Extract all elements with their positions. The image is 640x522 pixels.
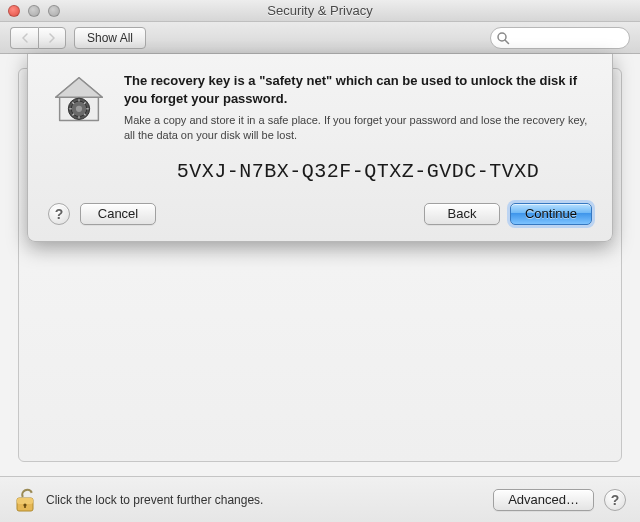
window-title: Security & Privacy — [0, 3, 640, 18]
dialog-heading: The recovery key is a "safety net" which… — [124, 72, 592, 107]
lock-help-text: Click the lock to prevent further change… — [46, 493, 483, 507]
search-icon — [496, 31, 510, 45]
svg-rect-16 — [24, 505, 26, 508]
help-button[interactable]: ? — [48, 203, 70, 225]
show-all-label: Show All — [87, 31, 133, 45]
svg-rect-14 — [17, 498, 33, 504]
window-titlebar: Security & Privacy — [0, 0, 640, 22]
recovery-key-dialog: The recovery key is a "safety net" which… — [27, 54, 613, 242]
continue-label: Continue — [525, 206, 577, 221]
forward-button[interactable] — [38, 27, 66, 49]
svg-point-4 — [76, 106, 82, 112]
recovery-key-value: 5VXJ-N7BX-Q32F-QTXZ-GVDC-TVXD — [124, 160, 592, 183]
pane-help-button[interactable]: ? — [604, 489, 626, 511]
advanced-button[interactable]: Advanced… — [493, 489, 594, 511]
back-button[interactable] — [10, 27, 38, 49]
filevault-icon — [48, 72, 110, 134]
svg-line-1 — [505, 40, 509, 44]
back-label: Back — [448, 206, 477, 221]
cancel-label: Cancel — [98, 206, 138, 221]
dialog-subtext: Make a copy and store it in a safe place… — [124, 113, 592, 144]
dialog-back-button[interactable]: Back — [424, 203, 500, 225]
nav-group — [10, 27, 66, 49]
search-wrap — [490, 27, 630, 49]
bottom-bar: Click the lock to prevent further change… — [0, 476, 640, 522]
lock-icon[interactable] — [14, 486, 36, 514]
show-all-button[interactable]: Show All — [74, 27, 146, 49]
continue-button[interactable]: Continue — [510, 203, 592, 225]
search-input[interactable] — [490, 27, 630, 49]
cancel-button[interactable]: Cancel — [80, 203, 156, 225]
toolbar: Show All — [0, 22, 640, 54]
dialog-footer: ? Cancel Back Continue — [48, 203, 592, 225]
advanced-label: Advanced… — [508, 492, 579, 507]
